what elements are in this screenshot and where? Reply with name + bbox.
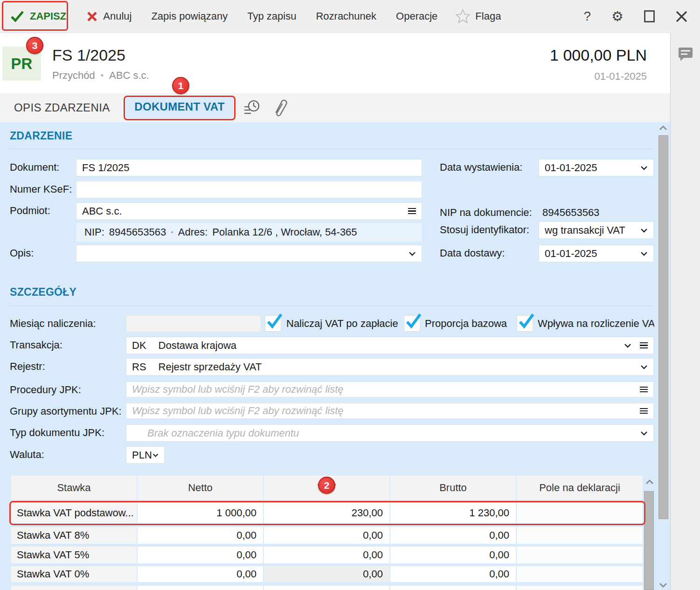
cell-vat[interactable]: 230,00: [264, 503, 389, 523]
vat-table-row-partial: [11, 586, 643, 590]
gear-icon[interactable]: ⚙: [611, 10, 624, 23]
nip-value: 8945653563: [109, 226, 166, 238]
cell-pole[interactable]: [517, 527, 643, 544]
transakcja-select[interactable]: DK Dostawa krajowa: [126, 337, 654, 354]
cell-netto[interactable]: 1 000,00: [138, 503, 263, 523]
menu-zapis-powiazany[interactable]: Zapis powiązany: [151, 10, 228, 22]
tab-bar: OPIS ZDARZENIA DOKUMENT VAT: [0, 93, 670, 122]
nip-label: NIP:: [84, 226, 104, 238]
rejestr-code: RS: [132, 361, 146, 373]
rejestr-value: Rejestr sprzedaży VAT: [159, 361, 262, 373]
page-scrollbar-thumb[interactable]: [658, 135, 668, 519]
dokument-field[interactable]: [76, 159, 422, 176]
grupy-jpk-input[interactable]: [132, 405, 640, 417]
nip-na-dokumencie-label: NIP na dokumencie:: [440, 207, 532, 219]
cell-vat[interactable]: 0,00: [264, 547, 389, 563]
table-scroll-up-icon[interactable]: [645, 479, 654, 485]
grupy-jpk-field[interactable]: [126, 403, 654, 419]
right-side-panel: [670, 33, 700, 590]
cell-brutto[interactable]: 0,00: [390, 566, 516, 582]
info-separator: •: [171, 228, 173, 236]
rejestr-select[interactable]: RS Rejestr sprzedaży VAT: [126, 358, 654, 375]
stosuj-identyfikator-select[interactable]: wg transakcji VAT: [539, 222, 654, 239]
checkbox-naliczaj-vat[interactable]: [265, 315, 281, 332]
cell-netto[interactable]: 0,00: [138, 527, 263, 544]
chevron-down-icon: [640, 166, 648, 170]
cell-pole[interactable]: [517, 503, 643, 523]
close-icon[interactable]: [675, 10, 688, 23]
numer-ksef-field[interactable]: [76, 181, 422, 198]
cell-brutto[interactable]: 0,00: [390, 527, 516, 544]
opis-select[interactable]: [76, 245, 422, 262]
annotation-step-3: 3: [26, 37, 43, 54]
save-button-label: ZAPISZ: [30, 10, 66, 22]
page-scroll-down-icon[interactable]: [658, 582, 668, 589]
typ-dokumentu-jpk-select[interactable]: Brak oznaczenia typu dokumentu: [126, 424, 654, 442]
comments-icon[interactable]: [677, 46, 694, 62]
procedury-jpk-field[interactable]: [126, 382, 654, 397]
vat-table-row[interactable]: Stawka VAT 5% 0,00 0,00 0,00: [11, 547, 643, 563]
cell-stawka[interactable]: Stawka VAT 5%: [11, 547, 137, 563]
col-header-brutto: Brutto: [390, 476, 516, 500]
tab-dokument-vat[interactable]: DOKUMENT VAT: [126, 96, 233, 118]
transakcja-list-icon[interactable]: [640, 342, 648, 348]
transakcja-code: DK: [132, 340, 146, 352]
maximize-icon[interactable]: [644, 10, 655, 22]
procedury-jpk-list-icon[interactable]: [640, 387, 648, 393]
dokument-input[interactable]: [82, 162, 416, 174]
cell-stawka[interactable]: Stawka VAT 8%: [11, 527, 137, 544]
podmiot-info-strip: NIP: 8945653563 • Adres: Polanka 12/6 , …: [76, 223, 422, 242]
cancel-button[interactable]: Anuluj: [87, 10, 132, 22]
podmiot-field[interactable]: [76, 202, 422, 220]
procedury-jpk-input[interactable]: [132, 383, 640, 396]
col-header-pole: Pole na deklaracji: [517, 476, 643, 500]
transakcja-label: Transakcja:: [10, 339, 62, 351]
grupy-jpk-list-icon[interactable]: [640, 408, 648, 414]
checkbox-wplywa-na-rozliczenie[interactable]: [517, 315, 533, 332]
miesiac-naliczenia-field: [126, 315, 261, 332]
data-dostawy-value: 01-01-2025: [545, 248, 597, 260]
opis-label: Opis:: [10, 247, 34, 259]
cell-vat[interactable]: 0,00: [264, 527, 389, 544]
podmiot-input[interactable]: [82, 205, 408, 217]
vat-document-window: ZAPISZ Anuluj Zapis powiązany Typ zapisu…: [0, 0, 700, 590]
cell-netto[interactable]: 0,00: [138, 566, 263, 582]
numer-ksef-input[interactable]: [82, 184, 416, 196]
history-icon[interactable]: [243, 98, 261, 117]
vat-table-row[interactable]: Stawka VAT 8% 0,00 0,00 0,00: [11, 527, 643, 544]
save-button[interactable]: ZAPISZ: [10, 10, 66, 22]
typ-dokumentu-jpk-placeholder: Brak oznaczenia typu dokumentu: [147, 427, 299, 439]
menu-typ-zapisu[interactable]: Typ zapisu: [247, 10, 296, 22]
cell-pole[interactable]: [517, 547, 643, 563]
cell-brutto[interactable]: 1 230,00: [390, 503, 516, 523]
chevron-down-icon: [409, 251, 416, 256]
menu-operacje[interactable]: Operacje: [396, 10, 437, 22]
cell-pole[interactable]: [517, 566, 643, 582]
paperclip-icon[interactable]: [271, 98, 288, 117]
waluta-select[interactable]: PLN: [126, 446, 165, 464]
cell-stawka[interactable]: Stawka VAT podstawow...: [11, 503, 137, 523]
data-dostawy-select[interactable]: 01-01-2025: [539, 245, 654, 262]
cell-stawka[interactable]: Stawka VAT 0%: [11, 566, 137, 582]
data-wystawienia-select[interactable]: 01-01-2025: [539, 159, 654, 176]
table-scrollbar-thumb[interactable]: [644, 491, 654, 590]
flag-button[interactable]: Flaga: [455, 9, 501, 24]
cell-netto[interactable]: 0,00: [138, 547, 263, 563]
menu-rozrachunek[interactable]: Rozrachunek: [316, 10, 376, 22]
vat-table-row[interactable]: Stawka VAT podstawow... 1 000,00 230,00 …: [11, 503, 643, 523]
cell-brutto[interactable]: 0,00: [390, 547, 516, 563]
document-header: PR FS 1/2025 Przychód • ABC s.c. 1 000,0…: [0, 33, 670, 93]
document-date: 01-01-2025: [594, 70, 647, 83]
checkbox-proporcja-bazowa[interactable]: [404, 315, 420, 332]
page-scroll-up-icon[interactable]: [658, 125, 668, 131]
chevron-down-icon: [152, 453, 159, 458]
cell-vat[interactable]: 0,00: [264, 566, 389, 582]
cancel-x-icon: [87, 11, 97, 22]
help-icon[interactable]: ?: [583, 9, 591, 24]
checkbox-proporcja-bazowa-label: Proporcja bazowa: [425, 318, 507, 330]
document-category: Przychód: [52, 69, 95, 82]
tab-opis-zdarzenia[interactable]: OPIS ZDARZENIA: [14, 93, 110, 122]
data-dostawy-label: Data dostawy:: [440, 247, 505, 259]
vat-table-row[interactable]: Stawka VAT 0% 0,00 0,00 0,00: [11, 566, 643, 582]
podmiot-list-icon[interactable]: [408, 208, 416, 214]
